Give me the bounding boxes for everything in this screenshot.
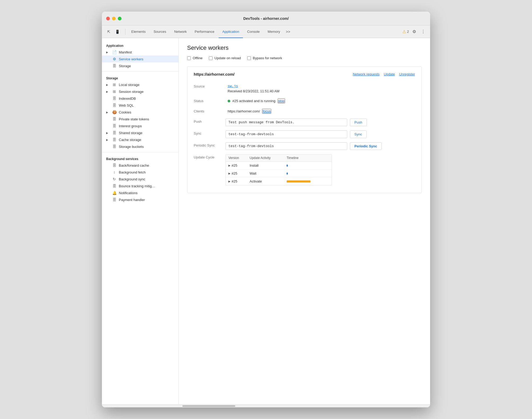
tab-application[interactable]: Application	[219, 25, 243, 38]
tab-sources[interactable]: Sources	[150, 25, 170, 38]
sidebar-item-storage-buckets[interactable]: ▶ 🗄 Storage buckets	[102, 143, 178, 150]
periodic-sync-input[interactable]	[226, 142, 347, 150]
tab-performance[interactable]: Performance	[191, 25, 218, 38]
sidebar-item-manifest[interactable]: ▶ 📄 Manifest	[102, 49, 178, 56]
sync-input[interactable]	[226, 130, 347, 138]
toolbar-icons: ⇱ 📱	[105, 28, 121, 35]
interest-groups-icon: 🗄	[112, 124, 117, 128]
titlebar: DevTools - airhorner.com/	[102, 12, 430, 25]
periodic-sync-button[interactable]: Periodic Sync	[350, 142, 382, 150]
clients-value: https://airhorner.com/ focus	[226, 106, 415, 116]
update-cycle-section: Version Update Activity Timeline ▶ #25 I…	[226, 152, 415, 188]
sidebar-item-service-workers[interactable]: ▶ ⚙ Service workers	[102, 56, 178, 62]
expand-arrow-icon: ▶	[106, 90, 110, 93]
push-input[interactable]	[226, 119, 347, 126]
bounce-tracking-icon: 🗄	[112, 184, 117, 188]
panel-title: Service workers	[187, 44, 422, 51]
sidebar-item-indexeddb[interactable]: ▶ 🗄 IndexedDB	[102, 95, 178, 102]
sync-button[interactable]: Sync	[350, 130, 367, 138]
tab-memory[interactable]: Memory	[264, 25, 284, 38]
close-button[interactable]	[106, 17, 110, 20]
stop-button[interactable]: stop	[278, 98, 285, 103]
background-fetch-icon: ↕	[112, 170, 117, 174]
main-panel: Service workers Offline Update on reload…	[179, 38, 430, 404]
timeline-bar-activate	[287, 180, 310, 183]
focus-button[interactable]: focus	[262, 109, 271, 114]
sw-url: https://airhorner.com/	[194, 72, 235, 76]
cursor-icon[interactable]: ⇱	[105, 28, 112, 35]
expand-arrow-icon: ▶	[106, 138, 110, 141]
activity-cell: Install	[250, 163, 287, 167]
sidebar-item-session-storage[interactable]: ▶ ⊞ Session storage	[102, 88, 178, 95]
service-workers-icon: ⚙	[112, 57, 117, 61]
expand-arrow-icon: ▶	[106, 131, 110, 134]
horizontal-scrollbar[interactable]	[102, 404, 430, 407]
shared-storage-icon: 🗄	[112, 131, 117, 135]
source-label: Source	[194, 81, 226, 96]
back-forward-icon: 🗄	[112, 163, 117, 167]
status-value: #25 activated and is running stop	[226, 96, 415, 106]
version-cell: ▶ #25	[228, 171, 250, 175]
service-worker-card: https://airhorner.com/ Network requests …	[187, 66, 422, 193]
device-icon[interactable]: 📱	[114, 28, 121, 35]
timeline-cell	[287, 180, 329, 183]
storage-icon: 🗄	[112, 64, 117, 68]
source-file-link[interactable]: sw.js	[228, 84, 238, 88]
sidebar-item-cookies[interactable]: ▶ 🍪 Cookies	[102, 109, 178, 116]
sidebar: Application ▶ 📄 Manifest ▶ ⚙ Service wor…	[102, 38, 179, 404]
sidebar-item-shared-storage[interactable]: ▶ 🗄 Shared storage	[102, 129, 178, 136]
sidebar-item-cache-storage[interactable]: ▶ 🗄 Cache storage	[102, 136, 178, 143]
tab-console[interactable]: Console	[244, 25, 264, 38]
notifications-icon: 🔔	[112, 191, 117, 195]
table-row: ▶ #25 Wait	[226, 170, 332, 177]
tab-network[interactable]: Network	[170, 25, 191, 38]
manifest-icon: 📄	[112, 50, 117, 54]
row-expand-arrow[interactable]: ▶	[228, 164, 231, 167]
bypass-for-network-checkbox[interactable]	[247, 56, 251, 60]
settings-button[interactable]: ⚙	[411, 28, 418, 35]
sidebar-item-bounce-tracking[interactable]: ▶ 🗄 Bounce tracking mitig…	[102, 183, 178, 189]
update-on-reload-checkbox[interactable]	[209, 56, 213, 60]
sidebar-item-interest-groups[interactable]: ▶ 🗄 Interest groups	[102, 122, 178, 129]
local-storage-icon: ⊞	[112, 83, 117, 87]
tab-elements[interactable]: Elements	[128, 25, 149, 38]
warning-icon: ⚠	[402, 29, 406, 34]
scrollbar-thumb[interactable]	[182, 405, 235, 407]
sidebar-item-background-fetch[interactable]: ▶ ↕ Background fetch	[102, 169, 178, 176]
more-options-button[interactable]: ⋮	[420, 28, 427, 35]
more-tabs-button[interactable]: >>	[284, 28, 292, 35]
sidebar-item-notifications[interactable]: ▶ 🔔 Notifications	[102, 189, 178, 196]
bypass-for-network-checkbox-label[interactable]: Bypass for network	[247, 56, 282, 60]
sidebar-item-storage[interactable]: ▶ 🗄 Storage	[102, 62, 178, 69]
sw-actions: Network requests Update Unregister	[353, 72, 415, 76]
update-button[interactable]: Update	[384, 72, 395, 76]
sidebar-item-back-forward[interactable]: ▶ 🗄 Back/forward cache	[102, 162, 178, 169]
sidebar-item-payment-handler[interactable]: ▶ 🗄 Payment handler	[102, 196, 178, 203]
devtools-window: DevTools - airhorner.com/ ⇱ 📱 Elements S…	[102, 12, 430, 407]
push-row: Push	[226, 116, 415, 128]
sidebar-section-application: Application	[102, 41, 178, 49]
warning-badge: ⚠ 2	[402, 29, 409, 34]
push-button[interactable]: Push	[350, 119, 367, 126]
minimize-button[interactable]	[112, 17, 116, 20]
sidebar-item-websql[interactable]: ▶ 🗄 Web SQL	[102, 102, 178, 109]
maximize-button[interactable]	[118, 17, 121, 20]
sidebar-section-storage: Storage	[102, 74, 178, 81]
expand-arrow-icon: ▶	[106, 51, 110, 54]
network-requests-button[interactable]: Network requests	[353, 72, 380, 76]
offline-checkbox[interactable]	[187, 56, 191, 60]
unregister-button[interactable]: Unregister	[399, 72, 415, 76]
timeline-cell	[287, 172, 329, 175]
toolbar-right: ⚠ 2 ⚙ ⋮	[402, 28, 427, 35]
row-expand-arrow[interactable]: ▶	[228, 172, 231, 175]
sidebar-divider-2	[102, 152, 178, 152]
row-expand-arrow[interactable]: ▶	[228, 180, 231, 183]
received-text: Received 8/23/2022, 11:51:40 AM	[228, 89, 279, 93]
sidebar-item-background-sync[interactable]: ▶ ↻ Background sync	[102, 176, 178, 183]
update-on-reload-checkbox-label[interactable]: Update on reload	[209, 56, 241, 60]
clients-label: Clients	[194, 106, 226, 116]
cache-storage-icon: 🗄	[112, 138, 117, 142]
sidebar-item-local-storage[interactable]: ▶ ⊞ Local storage	[102, 81, 178, 88]
offline-checkbox-label[interactable]: Offline	[187, 56, 202, 60]
sidebar-item-private-state[interactable]: ▶ 🗄 Private state tokens	[102, 116, 178, 122]
